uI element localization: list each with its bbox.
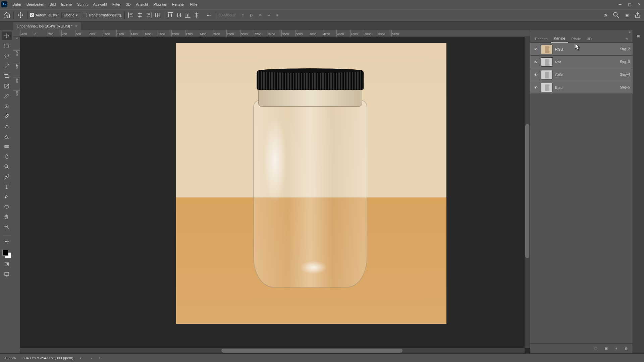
mode-3d-icons: ⟲ ◐ ✥ ⇔ ■ <box>239 11 281 19</box>
visibility-eye-icon[interactable]: 👁 <box>533 85 538 89</box>
screen-mode-tool[interactable] <box>2 270 12 279</box>
visibility-eye-icon[interactable]: 👁 <box>533 60 538 64</box>
transform-label: Transformationsstrg. <box>88 13 122 17</box>
healing-brush-tool[interactable] <box>2 102 12 111</box>
close-button[interactable]: ✕ <box>635 1 643 8</box>
visibility-eye-icon[interactable]: 👁 <box>533 47 538 51</box>
menu-schrift[interactable]: Schrift <box>75 1 90 7</box>
cloud-docs-icon[interactable]: ◔ <box>602 11 609 19</box>
ruler-horizontal[interactable]: -200020040060080010001200140016001800200… <box>20 30 530 37</box>
menu-hilfe[interactable]: Hilfe <box>187 1 200 7</box>
clone-stamp-tool[interactable] <box>2 122 12 131</box>
menu-datei[interactable]: Datei <box>10 1 23 7</box>
auto-select-checkbox[interactable]: ✓Autom. ausw.: <box>30 13 59 17</box>
align-top-icon[interactable] <box>167 11 174 19</box>
distribute-v-icon[interactable] <box>193 11 200 19</box>
channel-thumbnail[interactable] <box>541 45 552 54</box>
menu-fenster[interactable]: Fenster <box>170 1 187 7</box>
channel-row-blau[interactable]: 👁BlauStrg+5 <box>530 81 633 94</box>
more-options-icon[interactable]: ••• <box>205 11 212 19</box>
tab-3d[interactable]: 3D <box>584 35 594 43</box>
zoom-level[interactable]: 20,38% <box>3 356 16 360</box>
magic-wand-tool[interactable] <box>2 62 12 70</box>
marquee-tool[interactable] <box>2 42 12 50</box>
menu-3d[interactable]: 3D <box>123 1 133 7</box>
load-selection-icon[interactable]: ◌ <box>593 346 599 352</box>
options-right: ◔ ▣ <box>602 11 641 19</box>
blur-tool[interactable] <box>2 152 12 161</box>
menu-auswahl[interactable]: Auswahl <box>91 1 109 7</box>
eyedropper-tool[interactable] <box>2 92 12 101</box>
quick-mask-tool[interactable] <box>2 260 12 268</box>
align-center-v-icon[interactable] <box>175 11 183 19</box>
type-tool[interactable] <box>2 182 12 191</box>
panel-menu-icon[interactable]: ≡ <box>623 35 631 43</box>
align-center-h-icon[interactable] <box>136 11 144 19</box>
tab-kanaele[interactable]: Kanäle <box>551 35 568 43</box>
tab-ebenen[interactable]: Ebenen <box>532 35 550 43</box>
visibility-eye-icon[interactable]: 👁 <box>533 73 538 77</box>
align-right-icon[interactable] <box>145 11 152 19</box>
frame-tool[interactable] <box>2 82 12 90</box>
align-bottom-icon[interactable] <box>184 11 192 19</box>
scrollbar-thumb[interactable] <box>221 349 402 353</box>
document-tab[interactable]: Unbenannt-1 bei 20,4% (RGB/8) * × <box>13 22 81 30</box>
gradient-tool[interactable] <box>2 142 12 151</box>
foreground-color[interactable] <box>2 250 8 256</box>
crop-tool[interactable] <box>2 72 12 80</box>
delete-channel-icon[interactable]: 🗑 <box>623 346 629 352</box>
new-channel-icon[interactable]: ＋ <box>613 346 619 352</box>
menu-filter[interactable]: Filter <box>110 1 123 7</box>
channel-thumbnail[interactable] <box>541 57 552 67</box>
lasso-tool[interactable] <box>2 52 12 60</box>
menu-ebene[interactable]: Ebene <box>59 1 74 7</box>
doc-info-chevron-icon[interactable]: › <box>80 356 81 360</box>
workspace-icon[interactable]: ▣ <box>623 11 631 19</box>
edit-toolbar-icon[interactable]: ••• <box>2 237 12 246</box>
move-tool-icon[interactable] <box>16 11 24 19</box>
share-icon[interactable] <box>634 11 641 19</box>
maximize-button[interactable]: ▢ <box>626 1 633 8</box>
scrollbar-thumb[interactable] <box>525 124 529 258</box>
menu-plugins[interactable]: Plug-ins <box>151 1 169 7</box>
save-selection-icon[interactable]: ▣ <box>603 346 609 352</box>
document-canvas[interactable] <box>176 43 446 324</box>
layer-type-select[interactable]: Ebene▾ <box>61 12 80 18</box>
home-button[interactable] <box>3 11 11 19</box>
ruler-tick: 0 <box>34 30 48 37</box>
options-bar: ✓Autom. ausw.: Ebene▾ Transformationsstr… <box>0 9 644 21</box>
properties-panel-icon[interactable]: ⊞ <box>635 32 642 40</box>
tab-pfade[interactable]: Pfade <box>569 35 584 43</box>
search-icon[interactable] <box>612 11 620 19</box>
zoom-tool[interactable] <box>2 223 12 231</box>
pen-tool[interactable] <box>2 172 12 181</box>
scrollbar-vertical[interactable] <box>525 37 530 348</box>
channel-row-rgb[interactable]: 👁RGBStrg+2 <box>530 43 633 56</box>
channel-row-grün[interactable]: 👁GrünStrg+4 <box>530 68 633 81</box>
shape-tool[interactable] <box>2 202 12 211</box>
close-tab-icon[interactable]: × <box>75 24 77 28</box>
collapse-panels-icon[interactable]: « <box>530 30 633 34</box>
eraser-tool[interactable] <box>2 132 12 141</box>
document-info[interactable]: 3943 Px x 3943 Px (300 ppcm) <box>22 356 73 360</box>
path-selection-tool[interactable] <box>2 192 12 201</box>
channel-thumbnail[interactable] <box>541 70 552 79</box>
color-swatch[interactable] <box>2 250 11 258</box>
menu-bearbeiten[interactable]: Bearbeiten <box>24 1 47 7</box>
menu-bild[interactable]: Bild <box>47 1 58 7</box>
distribute-h-icon[interactable] <box>154 11 161 19</box>
align-left-icon[interactable] <box>127 11 135 19</box>
hand-tool[interactable] <box>2 213 12 221</box>
transform-controls-checkbox[interactable]: Transformationsstrg. <box>83 13 122 17</box>
doc-nav-left-icon[interactable]: ‹ <box>91 356 93 360</box>
ruler-vertical[interactable]: 0200400600800 <box>13 37 20 353</box>
move-tool[interactable] <box>2 32 12 40</box>
minimize-button[interactable]: ─ <box>616 1 624 8</box>
dodge-tool[interactable] <box>2 162 12 171</box>
brush-tool[interactable] <box>2 112 12 121</box>
channel-row-rot[interactable]: 👁RotStrg+3 <box>530 56 633 68</box>
doc-nav-right-icon[interactable]: › <box>99 356 101 360</box>
scrollbar-horizontal[interactable] <box>20 348 525 353</box>
channel-thumbnail[interactable] <box>541 83 552 92</box>
menu-ansicht[interactable]: Ansicht <box>133 1 150 7</box>
